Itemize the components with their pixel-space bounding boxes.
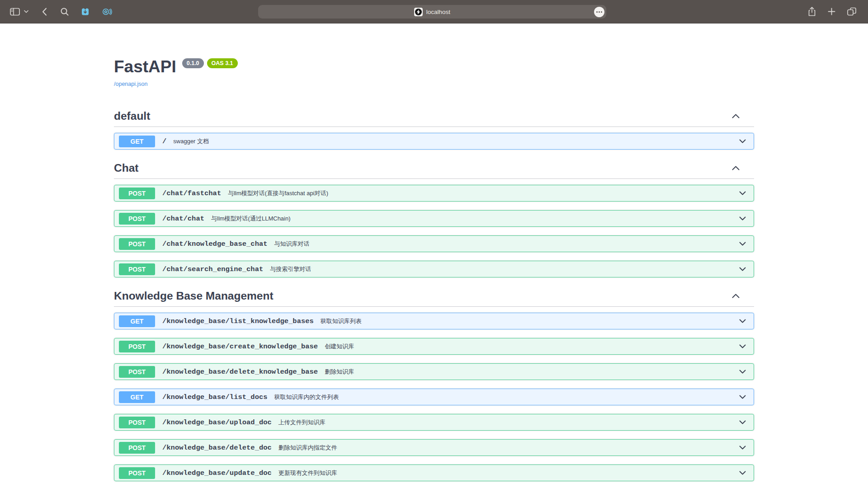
endpoint-description: 与llm模型对话(直接与fastchat api对话) (228, 189, 328, 197)
http-method-badge: POST (119, 366, 155, 378)
endpoint-row-knowledge-base-chat[interactable]: POST /chat/knowledge_base_chat 与知识库对话 (114, 235, 754, 252)
openapi-spec-link[interactable]: /openapi.json (114, 81, 147, 87)
endpoint-row-chat-chat[interactable]: POST /chat/chat 与llm模型对话(通过LLMChain) (114, 210, 754, 227)
endpoint-path: /knowledge_base/upload_doc (162, 418, 272, 427)
endpoint-description: 创建知识库 (325, 343, 354, 351)
address-bar[interactable]: localhost (258, 5, 606, 19)
chevron-down-icon[interactable] (739, 370, 746, 374)
http-method-badge: POST (119, 238, 155, 250)
http-method-badge: POST (119, 467, 155, 479)
section-header-default[interactable]: default (114, 110, 754, 127)
chevron-down-icon[interactable] (739, 319, 746, 323)
section-divider (114, 178, 754, 179)
browser-toolbar: localhost (0, 0, 868, 23)
api-title-block: FastAPI 0.1.0 OAS 3.1 (114, 57, 754, 77)
http-method-badge: GET (119, 136, 155, 147)
chevron-down-icon[interactable] (739, 191, 746, 195)
endpoint-row-update-doc[interactable]: POST /knowledge_base/update_doc 更新现有文件到知… (114, 465, 754, 481)
page-title: FastAPI (114, 57, 176, 77)
endpoint-description: swagger 文档 (173, 137, 209, 145)
endpoint-path: / (162, 137, 166, 145)
endpoint-row-create-knowledge-base[interactable]: POST /knowledge_base/create_knowledge_ba… (114, 338, 754, 355)
section-title: Chat (114, 162, 138, 174)
endpoint-path: /knowledge_base/create_knowledge_base (162, 343, 318, 351)
sidebar-icon[interactable] (10, 8, 20, 16)
endpoint-path: /chat/knowledge_base_chat (162, 240, 268, 248)
endpoint-description: 与知识库对话 (274, 240, 310, 248)
endpoint-description: 删除知识库内指定文件 (278, 444, 337, 452)
chevron-down-icon[interactable] (739, 242, 746, 246)
chevron-up-icon[interactable] (732, 166, 740, 170)
chevron-down-icon[interactable] (739, 344, 746, 348)
search-icon[interactable] (61, 8, 69, 16)
endpoint-row-list-knowledge-bases[interactable]: GET /knowledge_base/list_knowledge_bases… (114, 313, 754, 329)
section-divider (114, 306, 754, 307)
ellipsis-icon[interactable] (594, 7, 604, 17)
address-host: localhost (426, 9, 450, 15)
share-icon[interactable] (808, 7, 816, 16)
section-title: default (114, 110, 150, 122)
endpoint-description: 获取知识库内的文件列表 (274, 393, 339, 401)
endpoint-path: /knowledge_base/update_doc (162, 469, 272, 477)
endpoint-row-upload-doc[interactable]: POST /knowledge_base/upload_doc 上传文件到知识库 (114, 414, 754, 431)
http-method-badge: POST (119, 442, 155, 454)
endpoint-path: /chat/search_engine_chat (162, 265, 263, 273)
pinboard-extension-icon[interactable] (80, 7, 90, 16)
endpoint-description: 删除知识库 (325, 368, 354, 376)
endpoint-path: /chat/chat (162, 215, 204, 223)
endpoint-path: /knowledge_base/delete_doc (162, 444, 272, 452)
endpoint-description: 上传文件到知识库 (278, 418, 326, 427)
oas-badge: OAS 3.1 (207, 58, 238, 68)
back-icon[interactable] (42, 8, 47, 16)
endpoint-row-list-docs[interactable]: GET /knowledge_base/list_docs 获取知识库内的文件列… (114, 389, 754, 405)
http-method-badge: POST (119, 341, 155, 352)
http-method-badge: GET (119, 391, 155, 403)
chevron-up-icon[interactable] (732, 294, 740, 298)
section-chat: Chat POST /chat/fastchat 与llm模型对话(直接与fas… (114, 162, 754, 277)
endpoint-row-root[interactable]: GET / swagger 文档 (114, 133, 754, 150)
endpoint-description: 与搜索引擎对话 (270, 265, 311, 273)
section-divider (114, 127, 754, 127)
radial-extension-icon[interactable] (102, 7, 113, 16)
section-title: Knowledge Base Management (114, 290, 274, 302)
endpoint-path: /knowledge_base/list_knowledge_bases (162, 317, 314, 325)
sidebar-chevron-down-icon[interactable] (24, 10, 28, 13)
http-method-badge: POST (119, 188, 155, 199)
chevron-down-icon[interactable] (739, 420, 746, 424)
section-header-chat[interactable]: Chat (114, 162, 754, 178)
endpoint-path: /knowledge_base/delete_knowledge_base (162, 368, 318, 376)
endpoint-description: 与llm模型对话(通过LLMChain) (211, 215, 291, 223)
section-default: default GET / swagger 文档 (114, 110, 754, 150)
section-knowledge-base-management: Knowledge Base Management GET /knowledge… (114, 290, 754, 488)
version-badge: 0.1.0 (182, 58, 204, 68)
endpoint-description: 获取知识库列表 (321, 317, 362, 325)
chevron-down-icon[interactable] (739, 395, 746, 399)
endpoint-row-delete-knowledge-base[interactable]: POST /knowledge_base/delete_knowledge_ba… (114, 363, 754, 380)
new-tab-icon[interactable] (828, 8, 835, 15)
http-method-badge: POST (119, 263, 155, 275)
chevron-down-icon[interactable] (739, 471, 746, 475)
chevron-down-icon[interactable] (739, 267, 746, 271)
endpoint-path: /knowledge_base/list_docs (162, 393, 268, 401)
chevron-down-icon[interactable] (739, 446, 746, 450)
http-method-badge: POST (119, 213, 155, 225)
section-header-knowledge-base-management[interactable]: Knowledge Base Management (114, 290, 754, 306)
endpoint-row-chat-fastchat[interactable]: POST /chat/fastchat 与llm模型对话(直接与fastchat… (114, 185, 754, 202)
site-favicon-bolt-icon (414, 8, 423, 16)
chevron-down-icon[interactable] (739, 216, 746, 221)
http-method-badge: GET (119, 315, 155, 327)
endpoint-row-delete-doc[interactable]: POST /knowledge_base/delete_doc 删除知识库内指定… (114, 439, 754, 456)
tabs-overview-icon[interactable] (847, 7, 856, 16)
swagger-page: FastAPI 0.1.0 OAS 3.1 /openapi.json defa… (114, 23, 754, 488)
endpoint-row-search-engine-chat[interactable]: POST /chat/search_engine_chat 与搜索引擎对话 (114, 261, 754, 277)
endpoint-description: 更新现有文件到知识库 (278, 469, 337, 477)
endpoint-path: /chat/fastchat (162, 189, 221, 197)
chevron-up-icon[interactable] (732, 114, 740, 118)
chevron-down-icon[interactable] (739, 139, 746, 143)
http-method-badge: POST (119, 417, 155, 428)
